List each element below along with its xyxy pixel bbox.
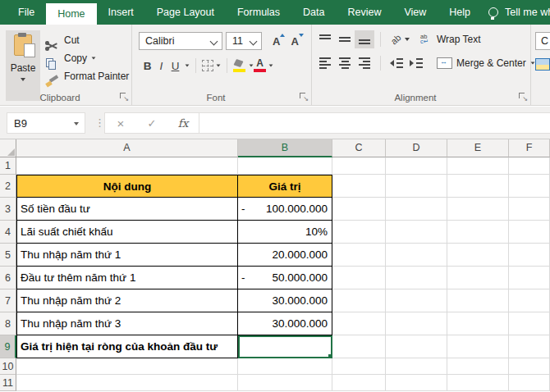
cell-a3[interactable]: Số tiền đầu tư bbox=[16, 198, 238, 221]
select-all-button[interactable] bbox=[0, 139, 16, 157]
name-box-dropdown-arrow[interactable] bbox=[74, 122, 79, 125]
name-box[interactable]: B9 bbox=[7, 112, 85, 134]
cell-c2[interactable] bbox=[332, 175, 386, 198]
merge-center-button[interactable]: Merge & Center bbox=[437, 57, 535, 69]
cell-b10[interactable] bbox=[238, 358, 332, 375]
format-painter-button[interactable]: Format Painter bbox=[46, 67, 129, 85]
align-right-button[interactable] bbox=[355, 54, 374, 72]
borders-icon[interactable] bbox=[202, 60, 213, 71]
tab-help[interactable]: Help bbox=[438, 0, 482, 25]
tab-file[interactable]: File bbox=[7, 0, 46, 25]
tab-formulas[interactable]: Formulas bbox=[226, 0, 291, 25]
cancel-icon[interactable]: × bbox=[105, 116, 136, 130]
formula-input[interactable] bbox=[199, 113, 550, 133]
cell-d9[interactable] bbox=[386, 335, 447, 358]
font-color-dropdown-arrow[interactable] bbox=[269, 64, 273, 66]
increase-indent-button[interactable] bbox=[406, 54, 426, 72]
cell-b9-selected[interactable] bbox=[238, 335, 332, 358]
cell-f5[interactable] bbox=[509, 244, 550, 267]
row-header-6[interactable]: 6 bbox=[0, 267, 16, 289]
cell-f7[interactable] bbox=[509, 289, 550, 312]
cell-d1[interactable] bbox=[386, 157, 447, 175]
tab-insert[interactable]: Insert bbox=[97, 0, 145, 25]
cell-a9[interactable]: Giá trị hiện tại ròng của khoản đầu tư bbox=[16, 335, 238, 358]
cell-b3[interactable]: - 100.000.000 bbox=[238, 198, 332, 221]
cell-c9[interactable] bbox=[332, 335, 386, 358]
cell-e6[interactable] bbox=[447, 267, 509, 289]
cell-c11[interactable] bbox=[332, 375, 386, 391]
cell-a5[interactable]: Thu nhập năm thứ 1 bbox=[16, 244, 238, 267]
cell-f2[interactable] bbox=[509, 175, 550, 198]
row-header-10[interactable]: 10 bbox=[0, 358, 16, 375]
cell-a1[interactable] bbox=[16, 157, 238, 175]
tab-review[interactable]: Review bbox=[336, 0, 392, 25]
cell-f8[interactable] bbox=[509, 312, 550, 335]
orientation-dropdown-arrow[interactable] bbox=[405, 38, 410, 41]
enter-icon[interactable]: ✓ bbox=[136, 117, 167, 130]
cell-f6[interactable] bbox=[509, 267, 550, 289]
cell-d4[interactable] bbox=[386, 221, 447, 244]
cell-a8[interactable]: Thu nhập năm thứ 3 bbox=[16, 312, 238, 335]
cell-e5[interactable] bbox=[447, 244, 509, 267]
cell-c1[interactable] bbox=[332, 157, 386, 175]
cell-e3[interactable] bbox=[447, 198, 509, 221]
cell-e4[interactable] bbox=[447, 221, 509, 244]
cell-c4[interactable] bbox=[332, 221, 386, 244]
cell-e11[interactable] bbox=[447, 375, 509, 391]
cell-b8[interactable]: 30.000.000 bbox=[238, 312, 332, 335]
row-header-11[interactable]: 11 bbox=[0, 375, 16, 391]
cell-c3[interactable] bbox=[332, 198, 386, 221]
cell-a6[interactable]: Đầu tư thêm năm thứ 1 bbox=[16, 267, 238, 289]
cell-e1[interactable] bbox=[447, 157, 509, 175]
insert-function-icon[interactable]: fx bbox=[167, 116, 199, 130]
cell-a4[interactable]: Lãi suất chiết khấu bbox=[16, 221, 238, 244]
tell-me-search[interactable]: Tell me what bbox=[482, 0, 550, 25]
row-header-8[interactable]: 8 bbox=[0, 312, 16, 335]
decrease-font-size-button[interactable]: A bbox=[291, 35, 298, 48]
decrease-indent-button[interactable] bbox=[387, 54, 406, 72]
row-header-7[interactable]: 7 bbox=[0, 289, 16, 312]
font-color-icon[interactable]: A bbox=[254, 59, 266, 72]
row-header-2[interactable]: 2 bbox=[0, 175, 16, 198]
tab-view[interactable]: View bbox=[392, 0, 438, 25]
increase-font-size-button[interactable]: A bbox=[273, 35, 280, 48]
row-header-9[interactable]: 9 bbox=[0, 335, 16, 358]
orientation-button[interactable]: ab bbox=[387, 30, 405, 48]
cell-a7[interactable]: Thu nhập năm thứ 2 bbox=[16, 289, 238, 312]
cell-e8[interactable] bbox=[447, 312, 509, 335]
font-name-combo[interactable]: Calibri bbox=[139, 32, 222, 50]
number-format-combo[interactable]: C bbox=[535, 32, 550, 50]
fill-color-icon[interactable] bbox=[233, 59, 246, 72]
column-header-b[interactable]: B bbox=[238, 139, 332, 157]
cell-d11[interactable] bbox=[386, 375, 447, 391]
cell-e10[interactable] bbox=[447, 358, 509, 375]
cell-b7[interactable]: 30.000.000 bbox=[238, 289, 332, 312]
middle-align-button[interactable] bbox=[335, 30, 355, 48]
align-center-button[interactable] bbox=[335, 54, 355, 72]
tab-page-layout[interactable]: Page Layout bbox=[145, 0, 226, 25]
cell-d6[interactable] bbox=[386, 267, 447, 289]
cell-b6[interactable]: - 50.000.000 bbox=[238, 267, 332, 289]
underline-dropdown-arrow[interactable] bbox=[186, 64, 190, 66]
tab-data[interactable]: Data bbox=[291, 0, 336, 25]
row-header-3[interactable]: 3 bbox=[0, 198, 16, 221]
accounting-format-icon[interactable] bbox=[535, 58, 550, 71]
align-left-button[interactable] bbox=[315, 54, 335, 72]
cell-d2[interactable] bbox=[386, 175, 447, 198]
alignment-dialog-launcher-icon[interactable] bbox=[519, 93, 527, 101]
column-header-c[interactable]: C bbox=[332, 139, 386, 157]
bold-button[interactable]: B bbox=[140, 60, 154, 72]
row-header-1[interactable]: 1 bbox=[0, 157, 16, 175]
cell-f3[interactable] bbox=[509, 198, 550, 221]
italic-button[interactable]: I bbox=[154, 60, 168, 72]
cell-c7[interactable] bbox=[332, 289, 386, 312]
borders-dropdown-arrow[interactable] bbox=[217, 64, 221, 66]
cell-d7[interactable] bbox=[386, 289, 447, 312]
cell-a10[interactable] bbox=[16, 358, 238, 375]
cell-d5[interactable] bbox=[386, 244, 447, 267]
cell-a11[interactable] bbox=[16, 375, 238, 391]
copy-button[interactable]: Copy bbox=[46, 49, 129, 67]
row-header-4[interactable]: 4 bbox=[0, 221, 16, 244]
cut-button[interactable]: Cut bbox=[46, 31, 129, 49]
cell-f9[interactable] bbox=[509, 335, 550, 358]
